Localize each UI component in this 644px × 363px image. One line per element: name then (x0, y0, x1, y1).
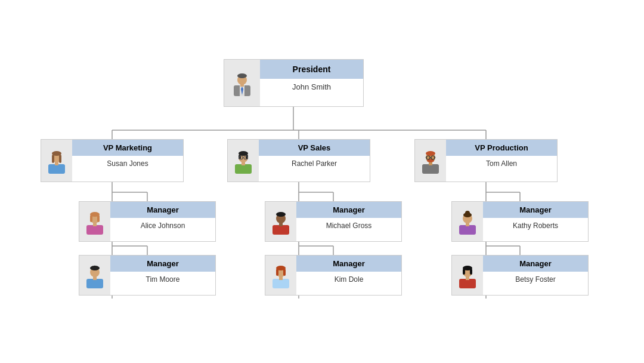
vp-production-name: Tom Allen (446, 156, 557, 171)
manager-alice-title: Manager (110, 202, 215, 218)
president-avatar (224, 60, 260, 106)
svg-rect-34 (59, 155, 61, 163)
president-title: President (260, 60, 363, 79)
svg-rect-29 (48, 164, 65, 174)
manager-kim-info: Manager Kim Dole (296, 256, 401, 295)
svg-rect-33 (52, 155, 54, 163)
svg-rect-67 (273, 225, 289, 235)
manager-michael-avatar (265, 202, 296, 241)
vp-marketing-name: Susan Jones (72, 156, 183, 171)
manager-michael-info: Manager Michael Gross (296, 202, 401, 241)
svg-rect-75 (276, 269, 278, 276)
manager-michael-title: Manager (296, 202, 401, 218)
vp-marketing-avatar (41, 140, 72, 182)
vp-production-info: VP Production Tom Allen (446, 140, 557, 182)
svg-rect-44 (422, 164, 439, 174)
manager-kathy-card: Manager Kathy Roberts (451, 201, 589, 242)
manager-tim-avatar (79, 256, 110, 295)
vp-sales-name: Rachel Parker (259, 156, 370, 171)
vp-production-card: VP Production Tom Allen (414, 139, 558, 182)
svg-rect-71 (273, 279, 289, 288)
manager-alice-name: Alice Johnson (110, 218, 215, 233)
manager-kathy-avatar (452, 202, 483, 241)
manager-betsy-title: Manager (483, 256, 588, 272)
manager-kathy-title: Manager (483, 202, 588, 218)
svg-rect-60 (86, 279, 103, 288)
manager-tim-title: Manager (110, 256, 215, 272)
svg-point-70 (276, 212, 286, 217)
manager-alice-avatar (79, 202, 110, 241)
svg-rect-77 (459, 225, 476, 235)
manager-kathy-info: Manager Kathy Roberts (483, 202, 588, 241)
manager-kim-name: Kim Dole (296, 272, 401, 287)
vp-sales-info: VP Sales Rachel Parker (259, 140, 370, 182)
manager-betsy-card: Manager Betsy Foster (451, 255, 589, 296)
manager-kim-title: Manager (296, 256, 401, 272)
vp-sales-card: VP Sales Rachel Parker (227, 139, 370, 182)
svg-line-52 (426, 157, 426, 158)
svg-rect-59 (97, 215, 100, 222)
svg-rect-82 (459, 279, 476, 288)
manager-kim-avatar (265, 256, 296, 295)
svg-rect-35 (235, 164, 252, 174)
svg-rect-86 (463, 269, 465, 275)
org-chart: President John Smith VP Marketing Susan … (0, 0, 644, 363)
svg-line-53 (435, 157, 435, 158)
manager-michael-name: Michael Gross (296, 218, 401, 233)
president-card: President John Smith (224, 59, 364, 107)
svg-point-47 (426, 151, 435, 156)
svg-rect-76 (283, 269, 286, 276)
manager-alice-info: Manager Alice Johnson (110, 202, 215, 241)
manager-tim-card: Manager Tim Moore (79, 255, 216, 296)
manager-tim-info: Manager Tim Moore (110, 256, 215, 295)
vp-marketing-title: VP Marketing (72, 140, 183, 156)
manager-tim-name: Tim Moore (110, 272, 215, 287)
svg-point-28 (237, 73, 247, 78)
vp-production-avatar (415, 140, 446, 182)
president-name: John Smith (260, 79, 363, 95)
manager-betsy-info: Manager Betsy Foster (483, 256, 588, 295)
svg-point-81 (465, 211, 470, 216)
vp-marketing-info: VP Marketing Susan Jones (72, 140, 183, 182)
manager-kathy-name: Kathy Roberts (483, 218, 588, 233)
manager-kim-card: Manager Kim Dole (265, 255, 402, 296)
manager-betsy-name: Betsy Foster (483, 272, 588, 287)
vp-marketing-card: VP Marketing Susan Jones (41, 139, 184, 182)
svg-rect-87 (470, 269, 472, 275)
vp-sales-title: VP Sales (259, 140, 370, 156)
vp-sales-avatar (228, 140, 259, 182)
vp-production-title: VP Production (446, 140, 557, 156)
president-info: President John Smith (260, 60, 363, 106)
svg-rect-58 (90, 215, 92, 222)
manager-betsy-avatar (452, 256, 483, 295)
svg-rect-54 (86, 225, 103, 235)
manager-michael-card: Manager Michael Gross (265, 201, 402, 242)
manager-alice-card: Manager Alice Johnson (79, 201, 216, 242)
